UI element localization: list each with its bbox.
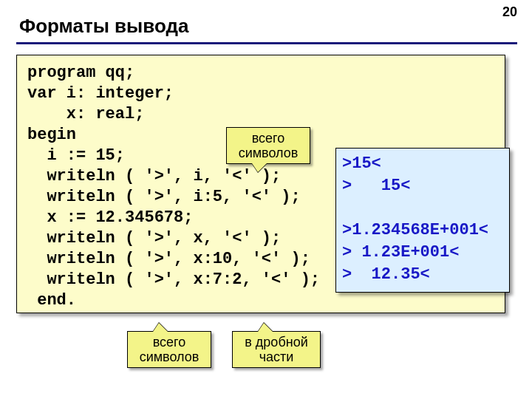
callout-tail-icon (252, 163, 267, 172)
code-line: writeln ( '>', x:10, '<' ); (27, 250, 310, 268)
code-line: end. (27, 291, 76, 310)
output-listing: >15< > 15< >1.234568E+001< > 1.23E+001< … (342, 153, 503, 286)
callout-total-chars-bottom: всегосимволов (127, 331, 211, 368)
slide-title: Форматы вывода (19, 15, 517, 38)
callout-text: всегосимволов (140, 335, 200, 364)
title-underline (16, 42, 517, 44)
output-line: > 12.35< (342, 265, 430, 284)
callout-fraction: в дробнойчасти (232, 331, 321, 368)
code-line: program qq; (27, 64, 134, 82)
code-line: begin (27, 126, 76, 144)
code-line: var i: integer; (27, 84, 174, 103)
callout-total-chars-top: всегосимволов (226, 127, 310, 164)
output-line: > 1.23E+001< (342, 243, 459, 262)
output-line: >1.234568E+001< (342, 221, 488, 239)
output-line: >15< (342, 154, 381, 173)
code-line: writeln ( '>', i, '<' ); (27, 167, 281, 185)
code-line: writeln ( '>', i:5, '<' ); (27, 188, 301, 206)
code-line: x: real; (27, 105, 144, 123)
code-line: writeln ( '>', x, '<' ); (27, 229, 281, 248)
code-line: x := 12.345678; (27, 208, 193, 227)
callout-text: в дробнойчасти (245, 335, 307, 364)
code-line: i := 15; (27, 146, 125, 165)
output-line: > 15< (342, 177, 410, 195)
page-number: 20 (502, 4, 517, 20)
callout-text: всегосимволов (239, 131, 299, 160)
output-box: >15< > 15< >1.234568E+001< > 1.23E+001< … (335, 148, 510, 293)
callout-tail-icon (258, 323, 273, 332)
callout-tail-icon (153, 323, 168, 332)
slide: 20 Форматы вывода program qq; var i: int… (0, 0, 532, 399)
code-line: writeln ( '>', x:7:2, '<' ); (27, 270, 320, 289)
